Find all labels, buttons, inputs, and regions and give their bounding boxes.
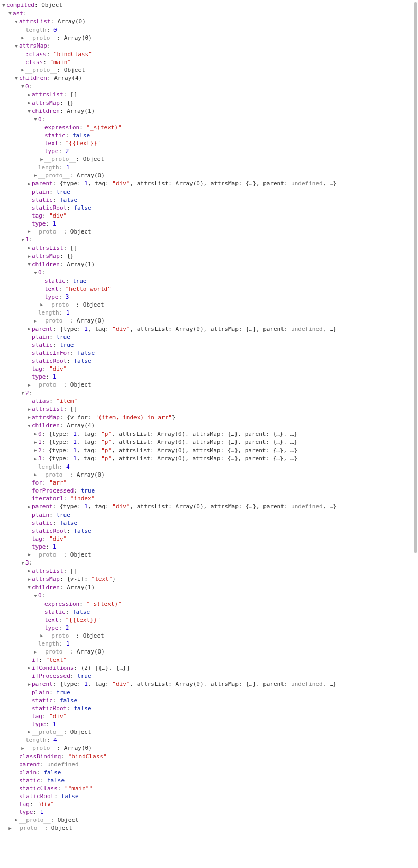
tree-row[interactable]: tag: "div" <box>1 712 418 720</box>
tree-row[interactable]: ifConditions: (2) [{…}, {…}] <box>1 664 418 673</box>
expand-icon[interactable] <box>26 414 32 422</box>
expand-icon[interactable] <box>26 681 32 688</box>
tree-row[interactable]: type: 1 <box>1 373 418 381</box>
tree-row[interactable]: compiled: Object <box>1 1 418 10</box>
collapse-icon[interactable] <box>20 559 25 567</box>
expand-icon[interactable] <box>26 551 32 559</box>
expand-icon[interactable] <box>33 317 38 325</box>
tree-row[interactable]: attrsList: [] <box>1 405 418 414</box>
tree-row[interactable]: if: "text" <box>1 656 418 664</box>
tree-row[interactable]: __proto__: Object <box>1 824 418 833</box>
tree-row[interactable]: length: 4 <box>1 463 418 471</box>
tree-row[interactable]: static: false <box>1 131 418 139</box>
tree-row[interactable]: type: 1 <box>1 720 418 728</box>
tree-row[interactable]: ifProcessed: true <box>1 672 418 680</box>
expand-icon[interactable] <box>26 325 32 333</box>
tree-row[interactable]: tag: "div" <box>1 212 418 220</box>
collapse-icon[interactable] <box>26 261 32 269</box>
tree-row[interactable]: :class: "bindClass" <box>1 50 418 58</box>
tree-row[interactable]: attrsMap: <box>1 42 418 50</box>
expand-icon[interactable] <box>39 632 44 640</box>
tree-row[interactable]: tag: "div" <box>1 365 418 373</box>
tree-row[interactable]: staticInFor: false <box>1 349 418 357</box>
tree-row[interactable]: static: false <box>1 519 418 527</box>
tree-row[interactable]: static: false <box>1 696 418 704</box>
expand-icon[interactable] <box>20 745 25 753</box>
tree-row[interactable]: length: 1 <box>1 640 418 648</box>
tree-row[interactable]: plain: false <box>1 768 418 776</box>
expand-icon[interactable] <box>33 446 38 454</box>
tree-row[interactable]: parent: undefined <box>1 760 418 768</box>
expand-icon[interactable] <box>20 66 25 74</box>
tree-row[interactable]: attrsMap: {} <box>1 252 418 261</box>
expand-icon[interactable] <box>7 825 13 833</box>
tree-row[interactable]: attrsMap: {v-for: "(item, index) in arr"… <box>1 414 418 422</box>
collapse-icon[interactable] <box>14 42 19 50</box>
tree-row[interactable]: text: "{{text}}" <box>1 139 418 147</box>
expand-icon[interactable] <box>39 156 44 164</box>
tree-row[interactable]: attrsList: [] <box>1 91 418 99</box>
tree-row[interactable]: __proto__: Array(0) <box>1 172 418 180</box>
tree-row[interactable]: __proto__: Object <box>1 632 418 640</box>
collapse-icon[interactable] <box>33 592 38 600</box>
collapse-icon[interactable] <box>26 108 32 115</box>
expand-icon[interactable] <box>26 253 32 261</box>
tree-row[interactable]: static: true <box>1 341 418 349</box>
tree-row[interactable]: ast: <box>1 10 418 18</box>
tree-row[interactable]: staticRoot: false <box>1 704 418 712</box>
expand-icon[interactable] <box>26 228 32 236</box>
collapse-icon[interactable] <box>20 236 25 244</box>
tree-row[interactable]: classBinding: "bindClass" <box>1 753 418 760</box>
tree-row[interactable]: parent: {type: 1, tag: "div", attrsList:… <box>1 325 418 334</box>
tree-row[interactable]: 2: {type: 1, tag: "p", attrsList: Array(… <box>1 446 418 455</box>
tree-row[interactable]: type: 3 <box>1 293 418 301</box>
tree-row[interactable]: attrsMap: {v-if: "text"} <box>1 575 418 584</box>
tree-row[interactable]: length: 1 <box>1 164 418 172</box>
tree-row[interactable]: plain: true <box>1 688 418 696</box>
collapse-icon[interactable] <box>1 2 6 10</box>
tree-row[interactable]: type: 1 <box>1 543 418 551</box>
collapse-icon[interactable] <box>14 18 19 26</box>
expand-icon[interactable] <box>33 471 38 479</box>
collapse-icon[interactable] <box>7 10 13 17</box>
tree-row[interactable]: parent: {type: 1, tag: "div", attrsList:… <box>1 180 418 188</box>
tree-row[interactable]: expression: "_s(text)" <box>1 123 418 131</box>
expand-icon[interactable] <box>33 430 38 438</box>
tree-row[interactable]: 0: <box>1 269 418 277</box>
collapse-icon[interactable] <box>26 422 32 430</box>
expand-icon[interactable] <box>26 567 32 575</box>
expand-icon[interactable] <box>20 34 25 42</box>
tree-row[interactable]: staticRoot: false <box>1 357 418 365</box>
tree-row[interactable]: iterator1: "index" <box>1 495 418 503</box>
collapse-icon[interactable] <box>33 115 38 123</box>
tree-row[interactable]: text: "hello world" <box>1 285 418 293</box>
tree-row[interactable]: 1: {type: 1, tag: "p", attrsList: Array(… <box>1 438 418 446</box>
tree-row[interactable]: __proto__: Object <box>1 728 418 737</box>
expand-icon[interactable] <box>26 406 32 414</box>
tree-row[interactable]: length: 4 <box>1 736 418 744</box>
tree-row[interactable]: __proto__: Array(0) <box>1 317 418 325</box>
tree-row[interactable]: static: false <box>1 196 418 204</box>
expand-icon[interactable] <box>26 91 32 99</box>
tree-row[interactable]: expression: "_s(text)" <box>1 600 418 608</box>
tree-row[interactable]: children: Array(1) <box>1 107 418 115</box>
collapse-icon[interactable] <box>20 83 25 91</box>
expand-icon[interactable] <box>26 576 32 584</box>
tree-row[interactable]: staticRoot: false <box>1 204 418 212</box>
scrollbar[interactable] <box>414 2 417 553</box>
tree-row[interactable]: children: Array(4) <box>1 422 418 430</box>
tree-row[interactable]: __proto__: Object <box>1 155 418 164</box>
expand-icon[interactable] <box>33 455 38 463</box>
expand-icon[interactable] <box>26 503 32 511</box>
tree-row[interactable]: children: Array(4) <box>1 74 418 83</box>
tree-row[interactable]: length: 1 <box>1 309 418 317</box>
tree-row[interactable]: attrsList: Array(0) <box>1 17 418 26</box>
expand-icon[interactable] <box>26 180 32 188</box>
tree-row[interactable]: type: 2 <box>1 147 418 155</box>
expand-icon[interactable] <box>26 664 32 672</box>
tree-row[interactable]: text: "{{text}}" <box>1 616 418 624</box>
tree-row[interactable]: staticRoot: false <box>1 527 418 535</box>
tree-row[interactable]: parent: {type: 1, tag: "div", attrsList:… <box>1 503 418 511</box>
expand-icon[interactable] <box>26 728 32 736</box>
tree-row[interactable]: type: 2 <box>1 624 418 632</box>
